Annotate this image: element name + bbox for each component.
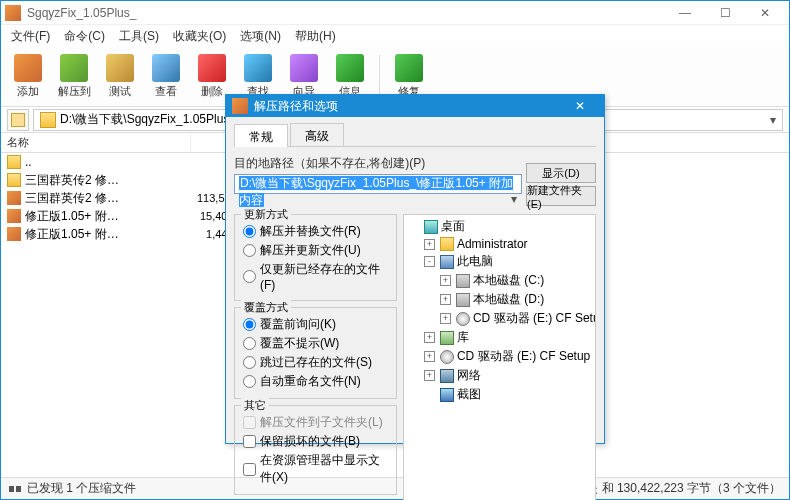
toolbar-label: 测试 [109,84,131,99]
toolbar-label: 解压到 [58,84,91,99]
repair-icon [395,54,423,82]
col-name[interactable]: 名称 [1,133,191,152]
tree-label: 本地磁盘 (D:) [473,291,544,308]
menu-item-0[interactable]: 文件(F) [5,26,56,47]
menu-item-1[interactable]: 命令(C) [58,26,111,47]
expand-icon[interactable]: + [424,332,435,343]
maximize-button[interactable]: ☐ [705,2,745,24]
close-button[interactable]: ✕ [745,2,785,24]
expand-icon[interactable]: + [424,239,435,250]
ovr-option-0[interactable]: 覆盖前询问(K) [243,316,388,333]
find-icon [244,54,272,82]
file-name: 三国群英传2 修… [25,190,119,207]
expand-icon[interactable]: + [440,294,451,305]
folder-icon [7,173,21,187]
tree-label: 此电脑 [457,253,493,270]
lib-icon [440,331,454,345]
menu-item-4[interactable]: 选项(N) [234,26,287,47]
upd-option-1[interactable]: 解压并更新文件(U) [243,242,388,259]
ovr-option-1[interactable]: 覆盖不提示(W) [243,335,388,352]
tree-label: CD 驱动器 (E:) CF Setup [473,310,596,327]
tab-advanced[interactable]: 高级 [290,123,344,146]
dialog-titlebar: 解压路径和选项 ✕ [226,95,604,117]
status-icon [9,483,23,495]
pic-icon [440,388,454,402]
display-button[interactable]: 显示(D) [526,163,596,183]
menubar: 文件(F)命令(C)工具(S)收藏夹(O)选项(N)帮助(H) [1,25,789,47]
tree-node[interactable]: -此电脑 [406,252,593,271]
add-icon [14,54,42,82]
group-update-title: 更新方式 [241,207,291,222]
up-button[interactable] [7,109,29,131]
tree-node[interactable]: +本地磁盘 (D:) [406,290,593,309]
group-misc: 其它 解压文件到子文件夹(L)保留损坏的文件(B)在资源管理器中显示文件(X) [234,405,397,495]
test-icon [106,54,134,82]
tree-label: CD 驱动器 (E:) CF Setup [457,348,590,365]
new-folder-button[interactable]: 新建文件夹(E) [526,186,596,206]
group-overwrite: 覆盖方式 覆盖前询问(K)覆盖不提示(W)跳过已存在的文件(S)自动重命名文件(… [234,307,397,399]
menu-item-3[interactable]: 收藏夹(O) [167,26,232,47]
tree-node[interactable]: +CD 驱动器 (E:) CF Setup [406,309,593,328]
upd-option-0[interactable]: 解压并替换文件(R) [243,223,388,240]
toolbar-add[interactable]: 添加 [7,50,49,104]
tree-label: 本地磁盘 (C:) [473,272,544,289]
toolbar-separator [379,55,380,99]
pc-icon [440,255,454,269]
titlebar: SgqyzFix_1.05Plus_ — ☐ ✕ [1,1,789,25]
file-name: 修正版1.05+ 附… [25,226,119,243]
folder-icon [7,155,21,169]
tab-general[interactable]: 常规 [234,124,288,147]
tree-node[interactable]: 截图 [406,385,593,404]
tree-node[interactable]: +Administrator [406,236,593,252]
disk-icon [456,274,470,288]
tree-node[interactable]: +CD 驱动器 (E:) CF Setup [406,347,593,366]
group-overwrite-title: 覆盖方式 [241,300,291,315]
dest-path-input[interactable]: D:\微当下载\SgqyzFix_1.05Plus_\修正版1.05+ 附加内容… [234,174,522,194]
group-misc-title: 其它 [241,398,269,413]
upd-option-2[interactable]: 仅更新已经存在的文件(F) [243,261,388,292]
tree-label: 网络 [457,367,481,384]
svg-rect-0 [9,486,14,492]
toolbar-view[interactable]: 查看 [145,50,187,104]
expand-icon[interactable]: + [440,275,451,286]
minimize-button[interactable]: — [665,2,705,24]
toolbar-label: 删除 [201,84,223,99]
tree-node[interactable]: 桌面 [406,217,593,236]
tree-node[interactable]: +库 [406,328,593,347]
misc-option-2[interactable]: 在资源管理器中显示文件(X) [243,452,388,486]
tree-label: 截图 [457,386,481,403]
tree-node[interactable]: +本地磁盘 (C:) [406,271,593,290]
menu-item-5[interactable]: 帮助(H) [289,26,342,47]
extract-icon [60,54,88,82]
toolbar-extract[interactable]: 解压到 [53,50,95,104]
desk-icon [424,220,438,234]
zip-icon [7,209,21,223]
cd-icon [440,350,454,364]
svg-rect-1 [16,486,21,492]
misc-option-1[interactable]: 保留损坏的文件(B) [243,433,388,450]
menu-item-2[interactable]: 工具(S) [113,26,165,47]
delete-icon [198,54,226,82]
net-icon [440,369,454,383]
zip-icon [7,191,21,205]
status-left: 已发现 1 个压缩文件 [27,480,136,497]
toolbar-test[interactable]: 测试 [99,50,141,104]
tree-node[interactable]: +网络 [406,366,593,385]
file-name: 三国群英传2 修… [25,172,119,189]
expand-icon[interactable]: - [424,256,435,267]
group-update: 更新方式 解压并替换文件(R)解压并更新文件(U)仅更新已经存在的文件(F) [234,214,397,301]
tree-label: 库 [457,329,469,346]
app-icon [5,5,21,21]
extract-dialog: 解压路径和选项 ✕ 常规 高级 目的地路径（如果不存在,将创建)(P) D:\微… [225,94,605,444]
expand-icon[interactable]: + [440,313,451,324]
folder-tree[interactable]: 桌面+Administrator-此电脑+本地磁盘 (C:)+本地磁盘 (D:)… [403,214,596,500]
toolbar-label: 查看 [155,84,177,99]
expand-icon[interactable]: + [424,370,435,381]
expand-icon[interactable]: + [424,351,435,362]
dest-label: 目的地路径（如果不存在,将创建)(P) [234,155,522,172]
toolbar-label: 添加 [17,84,39,99]
disk-icon [456,293,470,307]
dialog-close-button[interactable]: ✕ [562,95,598,117]
ovr-option-2[interactable]: 跳过已存在的文件(S) [243,354,388,371]
ovr-option-3[interactable]: 自动重命名文件(N) [243,373,388,390]
